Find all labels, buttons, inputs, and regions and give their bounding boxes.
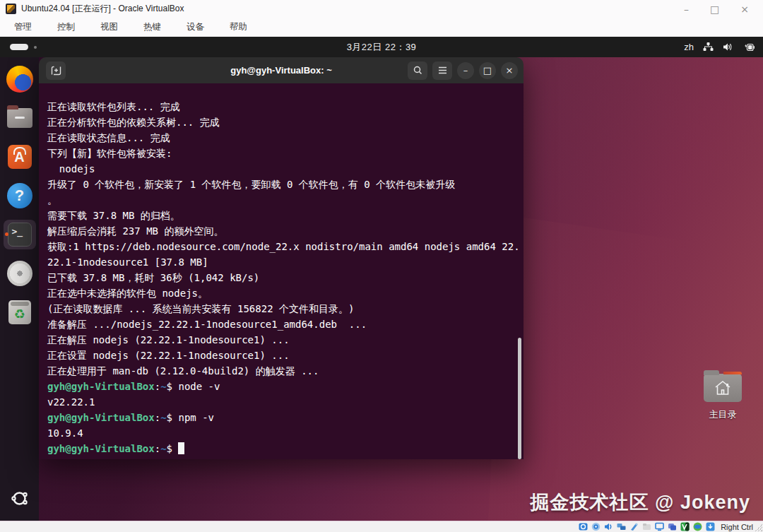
dock-item-app-center[interactable]: A [4, 142, 36, 172]
resize-grip[interactable] [755, 524, 762, 531]
desktop: A ? >_ ♻ [0, 57, 763, 521]
terminal-line: nodejs [47, 161, 515, 177]
display-status-icon[interactable] [655, 522, 664, 531]
menu-help[interactable]: 帮助 [225, 20, 252, 35]
recording-status-icon[interactable] [668, 522, 677, 531]
system-tray[interactable]: zh [684, 37, 755, 57]
terminal-scrollbar[interactable] [518, 338, 521, 459]
terminal-line: 正在分析软件包的依赖关系树... 完成 [47, 114, 515, 130]
dock-item-disc-burner[interactable] [4, 259, 36, 288]
dock-item-files[interactable] [4, 103, 36, 133]
terminal-line: (正在读取数据库 ... 系统当前共安装有 156822 个文件和目录。) [47, 301, 515, 317]
terminal-line: gyh@gyh-VirtualBox:~$ node -v [47, 379, 515, 394]
terminal-line: 正在读取软件包列表... 完成 [47, 99, 515, 114]
dock-item-firefox[interactable] [4, 64, 36, 94]
shared-folders-status-icon[interactable] [642, 522, 651, 531]
battery-icon[interactable] [743, 43, 755, 52]
network-icon[interactable] [703, 42, 714, 52]
hamburger-icon [438, 66, 447, 74]
terminal-output[interactable]: 正在读取软件包列表... 完成正在分析软件包的依赖关系树... 完成正在读取状态… [39, 83, 524, 459]
search-icon [413, 66, 422, 75]
vbox-statusbar: Right Ctrl [0, 521, 763, 532]
home-folder-icon [704, 374, 742, 402]
desktop-home-shortcut[interactable]: 主目录 [701, 374, 745, 421]
network-status-icon[interactable] [617, 522, 626, 531]
recycle-glyph: ♻ [13, 307, 25, 322]
show-apps-button[interactable] [10, 489, 29, 511]
maximize-button[interactable]: □ [710, 4, 719, 14]
terminal-line: 22.1-1nodesource1 [37.8 MB] [47, 254, 515, 270]
menu-devices[interactable]: 设备 [182, 20, 208, 35]
terminal-line: 正在选中未选择的软件包 nodejs。 [47, 285, 515, 301]
session-info-status-icon[interactable] [693, 522, 702, 531]
trash-icon: ♻ [8, 300, 31, 324]
watermark-text: 掘金技术社区 @ Jokeny [531, 490, 750, 515]
terminal-line: 正在解压 nodejs (22.22.1-1nodesource1) ... [47, 332, 515, 348]
menu-machine[interactable]: 管理 [10, 20, 36, 35]
terminal-line: gyh@gyh-VirtualBox:~$ npm -v [47, 410, 515, 425]
terminal-line: 解压缩后会消耗 237 MB 的额外空间。 [47, 223, 515, 239]
home-folder-label: 主目录 [701, 408, 745, 421]
audio-status-icon[interactable] [604, 522, 613, 531]
terminal-line: 正在设置 nodejs (22.22.1-1nodesource1) ... [47, 348, 515, 363]
dock-item-terminal[interactable]: >_ [4, 220, 36, 249]
terminal-cursor [178, 442, 184, 454]
dock-item-trash[interactable]: ♻ [4, 297, 36, 327]
terminal-maximize-button[interactable]: □ [479, 62, 496, 79]
search-button[interactable] [408, 61, 427, 80]
virtualbox-app-icon [6, 4, 16, 14]
terminal-line: 。 [47, 192, 515, 208]
clock[interactable]: 3月22日 22：39 [0, 41, 763, 54]
hard-disks-status-icon[interactable] [579, 522, 588, 531]
terminal-line: 正在读取状态信息... 完成 [47, 130, 515, 146]
terminal-close-button[interactable]: × [501, 62, 518, 79]
files-icon [7, 108, 32, 128]
dock-item-help[interactable]: ? [4, 181, 36, 211]
terminal-line: 升级了 0 个软件包，新安装了 1 个软件包，要卸载 0 个软件包，有 0 个软… [47, 177, 515, 192]
help-glyph: ? [15, 187, 24, 205]
terminal-glyph: >_ [12, 226, 23, 237]
menu-view[interactable]: 视图 [96, 20, 122, 35]
close-button[interactable]: × [740, 4, 749, 14]
firefox-icon [6, 66, 33, 93]
terminal-headerbar[interactable]: gyh@gyh-VirtualBox: ~ – □ × [39, 57, 524, 83]
volume-icon[interactable] [723, 42, 733, 52]
vbox-window-title: Ubuntu24.04 [正在运行] - Oracle VirtualBox [21, 3, 184, 15]
optical-drives-status-icon[interactable] [591, 522, 601, 531]
gnome-topbar: 3月22日 22：39 zh [0, 37, 763, 57]
terminal-line: gyh@gyh-VirtualBox:~$ [47, 441, 515, 456]
ubuntu-logo-icon [10, 489, 29, 508]
usb-status-icon[interactable] [629, 522, 639, 531]
terminal-line: 正在处理用于 man-db (2.12.0-4build2) 的触发器 ... [47, 363, 515, 379]
host-key-label: Right Ctrl [721, 523, 753, 531]
menu-button[interactable] [432, 61, 452, 80]
terminal-line: v22.22.1 [47, 394, 515, 410]
terminal-line: 已下载 37.8 MB，耗时 36秒 (1,042 kB/s) [47, 270, 515, 285]
app-center-letter: A [14, 149, 24, 165]
terminal-line: 获取:1 https://deb.nodesource.com/node_22.… [47, 239, 515, 254]
disc-icon [7, 261, 32, 286]
vm-display: 3月22日 22：39 zh [0, 37, 763, 521]
terminal-line: 准备解压 .../nodejs_22.22.1-1nodesource1_amd… [47, 317, 515, 332]
vbox-menubar: 管理 控制 视图 热键 设备 帮助 [0, 18, 763, 37]
terminal-minimize-button[interactable]: – [457, 62, 474, 79]
host-key-state-icon[interactable] [706, 522, 715, 531]
terminal-line: 下列【新】软件包将被安装: [47, 146, 515, 161]
terminal-line: 10.9.4 [47, 425, 515, 441]
menu-hotkeys[interactable]: 热键 [139, 20, 165, 35]
terminal-window: gyh@gyh-VirtualBox: ~ – □ × [39, 57, 524, 459]
vbox-titlebar: Ubuntu24.04 [正在运行] - Oracle VirtualBox –… [0, 0, 763, 18]
dock: A ? >_ ♻ [0, 57, 39, 521]
features-status-icon[interactable] [680, 522, 690, 531]
help-icon: ? [7, 183, 32, 208]
terminal-line: 需要下载 37.8 MB 的归档。 [47, 208, 515, 223]
minimize-button[interactable]: – [684, 4, 689, 14]
input-method-indicator[interactable]: zh [684, 42, 694, 52]
menu-control[interactable]: 控制 [53, 20, 79, 35]
virtualbox-window: Ubuntu24.04 [正在运行] - Oracle VirtualBox –… [0, 0, 763, 532]
terminal-icon: >_ [8, 223, 32, 247]
app-center-icon: A [8, 145, 32, 169]
